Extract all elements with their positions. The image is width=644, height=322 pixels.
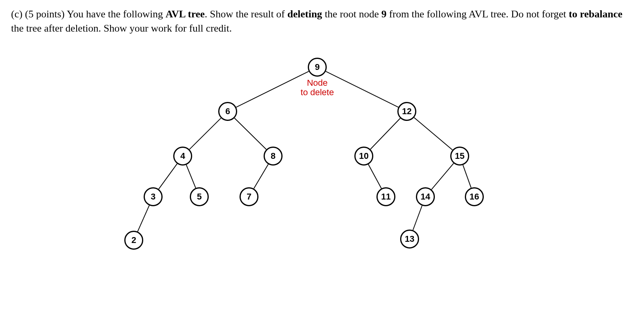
tree-edge	[371, 118, 401, 149]
node-label: 5	[197, 192, 202, 202]
q-text-4: from the following AVL tree. Do not forg…	[387, 8, 569, 20]
tree-node-11: 11	[376, 187, 395, 206]
tree-node-12: 12	[397, 102, 416, 121]
tree-node-14: 14	[416, 187, 435, 206]
tree-edge	[368, 164, 381, 188]
tree-edge	[431, 163, 453, 189]
tree-edge	[326, 72, 399, 107]
tree-node-8: 8	[264, 147, 283, 166]
node-label: 9	[315, 62, 320, 72]
node-label: 7	[247, 192, 251, 202]
tree-node-10: 10	[354, 147, 373, 166]
root-value-bold: 9	[382, 8, 387, 20]
tree-node-2: 2	[124, 231, 143, 250]
tree-edge	[186, 165, 196, 188]
q-text-1: You have the following	[67, 8, 165, 20]
node-label: 10	[359, 151, 369, 161]
node-label: 15	[455, 151, 464, 161]
node-label: 6	[225, 106, 230, 117]
tree-node-9: 9	[308, 58, 327, 77]
tree-edge	[234, 118, 266, 149]
avl-tree-diagram: Node to delete 9 6 12 4 8 10 15 3 5 7 11…	[0, 47, 644, 322]
tree-node-15: 15	[450, 147, 469, 166]
rebalance-bold: to rebalance	[569, 8, 622, 20]
node-label: 11	[381, 192, 391, 202]
node-label: 4	[180, 151, 185, 161]
tree-node-6: 6	[218, 102, 237, 121]
question-text: (c) (5 points) You have the following AV…	[11, 7, 633, 36]
tree-node-5: 5	[190, 187, 209, 206]
node-label: 12	[402, 106, 412, 117]
node-label: 13	[405, 234, 414, 244]
tree-edge	[414, 117, 452, 150]
tree-edge	[463, 165, 471, 188]
part-label: (c)	[11, 8, 22, 20]
q-text-2: . Show the result of	[205, 8, 287, 20]
tree-edge	[138, 205, 149, 232]
tree-node-3: 3	[144, 187, 163, 206]
node-label: 14	[421, 192, 430, 202]
page: (c) (5 points) You have the following AV…	[0, 0, 644, 322]
tree-edge	[254, 164, 268, 189]
deleting-bold: deleting	[287, 8, 322, 20]
q-text-3: the root node	[322, 8, 381, 20]
tree-edge	[413, 205, 422, 230]
tree-edge	[189, 118, 221, 149]
points-text: (5 points)	[25, 8, 64, 20]
node-label: 8	[271, 151, 275, 161]
tree-node-16: 16	[465, 187, 484, 206]
tree-edge	[159, 164, 177, 189]
avl-tree-bold: AVL tree	[165, 8, 204, 20]
tree-node-7: 7	[240, 187, 258, 206]
node-label: 16	[470, 192, 479, 202]
annotation-line2: to delete	[301, 88, 334, 97]
tree-node-13: 13	[400, 230, 419, 249]
node-to-delete-annotation: Node to delete	[301, 78, 334, 97]
node-label: 3	[151, 192, 155, 202]
annotation-line1: Node	[301, 78, 334, 88]
tree-node-4: 4	[173, 147, 192, 166]
q-text-5: the tree after deletion. Show your work …	[11, 23, 232, 34]
tree-edge	[236, 72, 309, 107]
node-label: 2	[131, 235, 136, 245]
